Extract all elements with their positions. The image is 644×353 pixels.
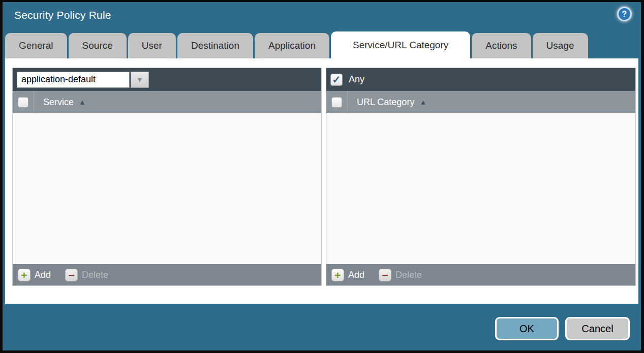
service-add-button[interactable]: + Add <box>18 269 51 281</box>
service-select-all-cell <box>13 91 34 113</box>
url-category-select-all-checkbox[interactable] <box>331 97 342 108</box>
ok-button[interactable]: OK <box>495 317 559 340</box>
delete-button-label: Delete <box>395 270 422 280</box>
service-delete-button[interactable]: − Delete <box>65 269 108 281</box>
url-category-panel: ✓ Any URL Category ▲ + Add − Delete <box>326 68 636 286</box>
service-type-dropdown-value[interactable] <box>17 72 130 88</box>
service-column-header: Service ▲ <box>13 91 321 113</box>
sort-asc-icon[interactable]: ▲ <box>79 98 86 106</box>
url-category-list-body <box>326 113 635 264</box>
tab-actions[interactable]: Actions <box>472 33 531 58</box>
tab-source[interactable]: Source <box>69 33 127 58</box>
url-category-add-button[interactable]: + Add <box>331 269 364 281</box>
url-category-column-header: URL Category ▲ <box>326 91 635 113</box>
any-checkbox-label: Any <box>349 74 364 85</box>
tab-usage[interactable]: Usage <box>533 33 588 58</box>
service-panel: ▼ Service ▲ + Add − Delete <box>12 68 322 286</box>
tab-bar: General Source User Destination Applicat… <box>5 2 588 58</box>
service-list-body <box>13 113 321 264</box>
tab-destination[interactable]: Destination <box>177 33 253 58</box>
add-plus-icon: + <box>331 269 344 281</box>
sort-asc-icon[interactable]: ▲ <box>419 98 426 106</box>
any-checkbox[interactable]: ✓ <box>330 74 343 86</box>
tab-general[interactable]: General <box>5 33 67 58</box>
checkmark-icon: ✓ <box>332 74 341 85</box>
service-toolbar: + Add − Delete <box>13 264 321 285</box>
security-policy-rule-dialog: Security Policy Rule ? General Source Us… <box>3 2 641 350</box>
url-category-column-label[interactable]: URL Category <box>357 97 414 108</box>
cancel-button[interactable]: Cancel <box>565 317 630 340</box>
add-button-label: Add <box>348 270 364 280</box>
service-dropdown-bar: ▼ <box>13 68 321 91</box>
tab-user[interactable]: User <box>128 33 176 58</box>
tab-service-url-category[interactable]: Service/URL Category <box>331 31 470 58</box>
url-category-delete-button[interactable]: − Delete <box>379 269 422 281</box>
delete-minus-icon: − <box>65 269 78 281</box>
service-type-dropdown-arrow-icon[interactable]: ▼ <box>131 72 149 88</box>
help-icon[interactable]: ? <box>617 7 632 21</box>
delete-minus-icon: − <box>379 269 391 281</box>
add-button-label: Add <box>35 270 51 280</box>
url-category-any-bar: ✓ Any <box>326 68 635 91</box>
service-select-all-checkbox[interactable] <box>18 97 28 108</box>
add-plus-icon: + <box>18 269 30 281</box>
delete-button-label: Delete <box>82 270 108 280</box>
tab-content-area: ▼ Service ▲ + Add − Delete <box>5 58 638 304</box>
dialog-action-buttons: OK Cancel <box>495 317 630 340</box>
service-column-label[interactable]: Service <box>43 97 74 108</box>
tab-application[interactable]: Application <box>255 33 329 58</box>
url-category-toolbar: + Add − Delete <box>326 264 635 285</box>
url-category-select-all-cell <box>326 91 348 113</box>
